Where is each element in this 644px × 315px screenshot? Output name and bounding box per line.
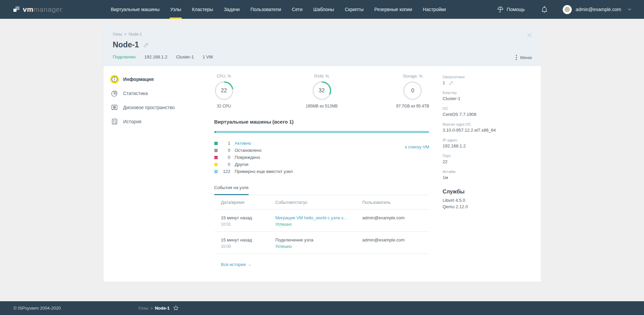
sidebar-item-disk-space[interactable]: Дисковое пространство (110, 103, 214, 112)
legend-count: 0 (220, 155, 230, 160)
gauge-storage: Storage, % 0 97.7GB из 95.4TB (379, 74, 429, 108)
sidebar-item-label: Дисковое пространство (123, 105, 175, 110)
detail-label: Аптайм (443, 170, 531, 174)
app-logo[interactable]: vmmanager (13, 5, 62, 13)
card-sidebar: Информация Статистика (110, 74, 214, 267)
sidebar-item-information[interactable]: Информация (110, 75, 214, 84)
legend-row-capacity: 122 Примерно еще вместит узел (214, 168, 429, 175)
gauge-ring: 32 (312, 81, 332, 100)
event-title-link[interactable]: Миграция VM hello_world с узла s... (275, 215, 362, 220)
nav-item-clusters[interactable]: Кластеры (186, 0, 218, 19)
breadcrumb-current: Node-1 (129, 32, 142, 37)
card-menu-button[interactable]: Меню (516, 55, 532, 60)
service-qemu: Qemu 2.12.0 (443, 204, 531, 209)
breadcrumb: Узлы > Node-1 (113, 32, 531, 37)
vm-capacity-bar (214, 131, 429, 133)
notifications-button[interactable] (542, 6, 547, 13)
detail-label: Оверселлинг (443, 75, 531, 79)
vm-legend: 1 Активно 0 Остановлено 0 Повреждено (214, 140, 429, 175)
nav-item-users[interactable]: Пользователи (245, 0, 286, 19)
history-list-icon (110, 117, 119, 126)
gauge-ring: 0 (403, 81, 422, 100)
col-user: Пользователь (362, 200, 429, 205)
nav-item-settings[interactable]: Настройки (418, 0, 452, 19)
gauge-cpu: CPU, % 22 32 CPU (214, 74, 265, 108)
node-card: Узлы > Node-1 Node-1 Подключен 192.168.1… (103, 25, 541, 282)
detail-value: 3.10.0-957.12.2.el7.x86_64 (443, 128, 531, 133)
legend-swatch (214, 142, 218, 145)
kebab-icon (516, 55, 517, 60)
avatar (563, 5, 572, 14)
nav-item-backups[interactable]: Резервные копии (369, 0, 417, 19)
event-user: admin@example.com (362, 215, 429, 220)
detail-uptime: Аптайм 1м (443, 170, 531, 180)
vm-list-link[interactable]: к списку VM (405, 144, 429, 149)
close-icon[interactable] (527, 33, 532, 38)
card-header: Узлы > Node-1 Node-1 Подключен 192.168.1… (103, 25, 541, 66)
gauge-ring: 22 (214, 81, 234, 100)
service-libvirt: Libvirt 4.5.0 (443, 198, 531, 203)
event-time-relative: 15 минут назад (221, 215, 275, 220)
user-email: admin@example.com (575, 7, 621, 12)
node-vm-count: 1 VM (203, 54, 213, 59)
help-button[interactable]: Помощь (497, 6, 525, 13)
full-history-link[interactable]: Вся история → (221, 262, 252, 267)
nav-item-vms[interactable]: Виртуальные машины (105, 0, 165, 19)
legend-label: Примерно еще вместит узел (235, 169, 293, 174)
vm-bar-free-segment (216, 131, 429, 133)
main-menu: Виртуальные машины Узлы Кластеры Задачи … (105, 0, 451, 19)
footer-breadcrumb-parent[interactable]: Узлы (138, 306, 148, 311)
detail-label: IP-адрес (443, 138, 531, 142)
user-menu[interactable]: admin@example.com (563, 5, 631, 14)
chevron-down-icon (628, 8, 631, 10)
detail-cluster: Кластер Cluster-1 (443, 91, 531, 101)
legend-count: 1 (220, 141, 230, 146)
legend-label: Повреждено (235, 155, 260, 160)
footer: © ISPsystem 2004-2020 Узлы > Node-1 (0, 301, 644, 315)
breadcrumb-parent[interactable]: Узлы (113, 32, 122, 37)
gauge-ram: RAM, % 32 165MB из 512MB (297, 74, 347, 108)
event-time: 10:01 (221, 222, 275, 227)
gauge-value: 22 (214, 81, 234, 100)
nav-item-networks[interactable]: Сети (287, 0, 308, 19)
favorite-star-icon[interactable] (173, 305, 179, 311)
pie-chart-icon (110, 89, 119, 98)
detail-kernel: Версия ядра ОС 3.10.0-957.12.2.el7.x86_6… (443, 122, 531, 133)
event-title: Подключение узла (275, 237, 362, 242)
edit-overselling-icon[interactable] (449, 81, 454, 85)
event-status: Успешно (275, 222, 362, 227)
nav-item-scripts[interactable]: Скрипты (339, 0, 369, 19)
nav-item-templates[interactable]: Шаблоны (308, 0, 339, 19)
gauge-label: CPU, % (217, 74, 231, 79)
gauge-value: 0 (403, 81, 422, 100)
legend-label-active[interactable]: Активно (235, 141, 251, 146)
footer-breadcrumb-current: Node-1 (155, 306, 170, 311)
gauge-label: RAM, % (314, 74, 329, 79)
gauge-value: 32 (312, 81, 332, 100)
detail-label: Кластер (443, 91, 531, 95)
nav-item-tasks[interactable]: Задачи (218, 0, 245, 19)
table-row[interactable]: 15 минут назад 10:01 Миграция VM hello_w… (214, 210, 429, 232)
sidebar-item-statistics[interactable]: Статистика (110, 89, 214, 98)
status-badge: Подключен (113, 54, 136, 59)
detail-value: 192.168.1.2 (443, 143, 531, 148)
legend-row-stopped: 0 Остановлено (214, 147, 429, 154)
event-status: Успешно (275, 244, 362, 249)
footer-breadcrumb: Узлы > Node-1 (138, 305, 179, 311)
edit-title-icon[interactable] (143, 42, 149, 48)
col-datetime: Дата/время (221, 200, 275, 205)
nav-item-nodes[interactable]: Узлы (165, 0, 187, 19)
events-tabbar: События на узле (214, 185, 429, 195)
sidebar-item-label: Информация (123, 77, 154, 82)
tab-node-events[interactable]: События на узле (214, 185, 249, 195)
table-row[interactable]: 15 минут назад 10:00 Подключение узла Ус… (214, 232, 429, 254)
legend-swatch (214, 163, 218, 166)
legend-swatch (214, 170, 218, 173)
sidebar-item-history[interactable]: История (110, 117, 214, 126)
legend-swatch (214, 149, 218, 152)
legend-swatch (214, 156, 218, 159)
vm-section-title: Виртуальные машины (всего 1) (214, 119, 429, 125)
legend-count: 122 (220, 169, 230, 174)
event-time-relative: 15 минут назад (221, 237, 275, 242)
gauge-sub: 165MB из 512MB (306, 104, 338, 108)
